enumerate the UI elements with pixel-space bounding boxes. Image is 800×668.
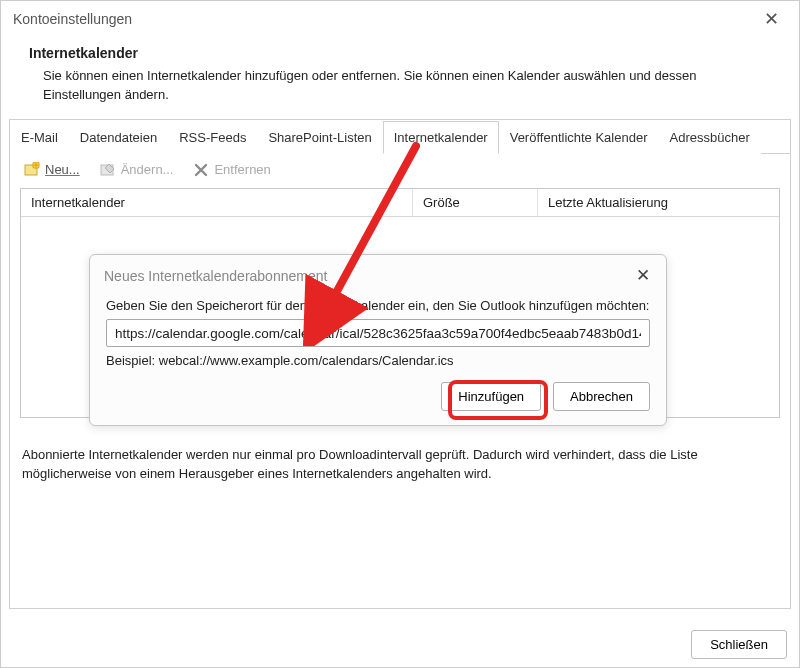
tab-strip: E-Mail Datendateien RSS-Feeds SharePoint…	[10, 120, 790, 154]
new-calendar-icon	[24, 162, 40, 178]
calendar-url-input[interactable]	[106, 319, 650, 347]
tab-datendateien[interactable]: Datendateien	[69, 121, 168, 154]
page-description: Sie können einen Internetkalender hinzuf…	[29, 67, 771, 105]
new-button[interactable]: Neu...	[20, 160, 84, 180]
new-subscription-dialog: Neues Internetkalenderabonnement ✕ Geben…	[89, 254, 667, 426]
close-icon[interactable]: ✕	[632, 263, 654, 288]
change-label: Ändern...	[121, 162, 174, 177]
cancel-button[interactable]: Abbrechen	[553, 382, 650, 411]
column-size[interactable]: Größe	[413, 189, 538, 216]
footer-description: Abonnierte Internetkalender werden nur e…	[10, 430, 790, 500]
close-icon[interactable]: ✕	[756, 4, 787, 34]
change-button: Ändern...	[96, 160, 178, 180]
remove-label: Entfernen	[214, 162, 270, 177]
list-header: Internetkalender Größe Letzte Aktualisie…	[21, 189, 779, 217]
url-prompt: Geben Sie den Speicherort für den Intern…	[106, 298, 650, 313]
tab-adressbuecher[interactable]: Adressbücher	[659, 121, 761, 154]
tab-email[interactable]: E-Mail	[10, 121, 69, 154]
inner-button-row: Hinzufügen Abbrechen	[106, 382, 650, 411]
remove-icon	[193, 162, 209, 178]
inner-dialog-title: Neues Internetkalenderabonnement	[104, 268, 327, 284]
tab-internetkalender[interactable]: Internetkalender	[383, 121, 499, 154]
tab-rss-feeds[interactable]: RSS-Feeds	[168, 121, 257, 154]
column-last-updated[interactable]: Letzte Aktualisierung	[538, 189, 779, 216]
new-label: Neu...	[45, 162, 80, 177]
tab-veroeffentlichte-kalender[interactable]: Veröffentlichte Kalender	[499, 121, 659, 154]
close-button[interactable]: Schließen	[691, 630, 787, 659]
inner-body: Geben Sie den Speicherort für den Intern…	[90, 294, 666, 425]
window-title: Kontoeinstellungen	[13, 11, 132, 27]
remove-button: Entfernen	[189, 160, 274, 180]
change-icon	[100, 162, 116, 178]
page-title: Internetkalender	[29, 45, 771, 61]
column-name[interactable]: Internetkalender	[21, 189, 413, 216]
header-section: Internetkalender Sie können einen Intern…	[1, 37, 799, 119]
tab-sharepoint-listen[interactable]: SharePoint-Listen	[257, 121, 382, 154]
toolbar: Neu... Ändern... Entfernen	[10, 154, 790, 186]
account-settings-window: Kontoeinstellungen ✕ Internetkalender Si…	[0, 0, 800, 668]
example-text: Beispiel: webcal://www.example.com/calen…	[106, 353, 650, 368]
add-button[interactable]: Hinzufügen	[441, 382, 541, 411]
inner-titlebar: Neues Internetkalenderabonnement ✕	[90, 255, 666, 294]
titlebar: Kontoeinstellungen ✕	[1, 1, 799, 37]
dialog-footer: Schließen	[691, 630, 787, 659]
